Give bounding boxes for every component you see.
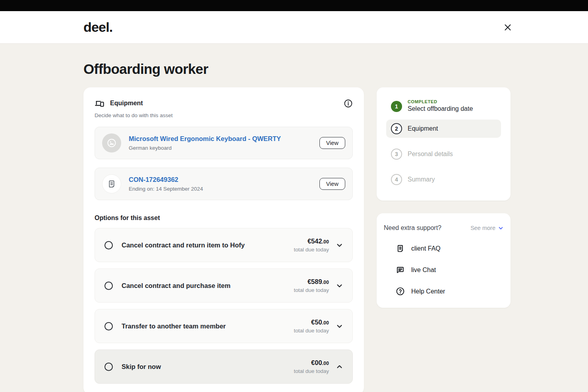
radio-transfer[interactable] — [104, 322, 113, 330]
chevron-down-icon[interactable] — [336, 323, 343, 330]
close-icon — [504, 23, 512, 31]
equipment-card-title: Equipment — [110, 100, 344, 107]
price-amount: €00 — [311, 359, 322, 366]
support-item-live-chat[interactable]: live Chat — [396, 265, 503, 274]
step-label: Select offboarding date — [408, 105, 473, 112]
option-price-block: €50.00 total due today — [294, 319, 329, 334]
step-select-offboarding-date: 1 COMPLETED Select offboarding date — [386, 99, 501, 112]
deel-logo: deel. — [83, 19, 112, 35]
step-number-badge: 4 — [391, 174, 402, 185]
price-cents: .00 — [322, 320, 329, 326]
options-section-title: Options for this asset — [95, 214, 353, 222]
option-price-block: €542.00 total due today — [294, 238, 329, 253]
equipment-card-subtitle: Decide what to do with this asset — [95, 112, 353, 118]
modal-header: deel. — [0, 11, 588, 44]
option-label: Skip for now — [122, 363, 294, 371]
asset-subtitle-contract: Ending on: 14 September 2024 — [129, 186, 319, 192]
support-card: Need extra support? See more — [377, 213, 511, 308]
price-note: total due today — [294, 247, 329, 253]
step-summary: 4 Summary — [386, 170, 501, 189]
price-note: total due today — [294, 368, 329, 374]
equipment-card: Equipment Decide what to do with this as… — [83, 87, 364, 392]
document-icon — [396, 244, 405, 253]
price-amount: €50 — [311, 319, 322, 326]
document-icon — [102, 174, 121, 193]
price-cents: .00 — [322, 280, 329, 285]
chevron-down-icon[interactable] — [336, 242, 343, 249]
price-cents: .00 — [322, 361, 329, 366]
asset-row-contract: CON-172649362 Ending on: 14 September 20… — [95, 168, 353, 200]
help-icon — [396, 287, 405, 296]
option-cancel-return[interactable]: Cancel contract and return item to Hofy … — [95, 228, 353, 262]
support-item-client-faq[interactable]: client FAQ — [396, 244, 503, 253]
option-label: Transfer to another team member — [122, 322, 294, 330]
asset-row-keyboard: Microsoft Wired Ergonomic Keyboard - QWE… — [95, 127, 353, 159]
asset-subtitle-keyboard: German keyboard — [129, 145, 319, 151]
step-label: Equipment — [408, 125, 438, 132]
support-item-label: Help Center — [411, 288, 445, 295]
view-contract-button[interactable]: View — [319, 178, 345, 190]
chevron-down-icon[interactable] — [336, 282, 343, 289]
price-amount: €542 — [308, 238, 322, 245]
view-asset-button[interactable]: View — [319, 137, 345, 149]
steps-card: 1 COMPLETED Select offboarding date 2 Eq… — [377, 87, 511, 201]
option-label: Cancel contract and purchase item — [122, 282, 294, 290]
radio-skip[interactable] — [104, 363, 113, 371]
step-status-completed: COMPLETED — [408, 99, 473, 104]
chevron-down-icon — [498, 226, 503, 231]
see-more-label: See more — [470, 225, 495, 231]
asset-link-keyboard[interactable]: Microsoft Wired Ergonomic Keyboard - QWE… — [129, 135, 319, 143]
step-number-badge: 2 — [391, 123, 402, 134]
page-title: Offboarding worker — [83, 61, 588, 77]
price-cents: .00 — [322, 239, 329, 245]
option-skip[interactable]: Skip for now €00.00 total due today — [95, 350, 353, 384]
top-window-bar — [0, 0, 588, 11]
support-item-label: client FAQ — [411, 245, 441, 252]
devices-icon — [95, 98, 105, 108]
price-note: total due today — [294, 328, 329, 334]
modal-body: Offboarding worker Equipment — [0, 44, 588, 392]
option-transfer[interactable]: Transfer to another team member €50.00 t… — [95, 309, 353, 343]
option-price-block: €00.00 total due today — [294, 359, 329, 374]
option-price-block: €589.00 total due today — [294, 278, 329, 293]
equipment-card-header: Equipment — [95, 98, 353, 108]
option-label: Cancel contract and return item to Hofy — [122, 241, 294, 249]
step-label: Personal details — [408, 151, 453, 158]
close-button[interactable] — [502, 22, 513, 33]
price-amount: €589 — [308, 278, 322, 285]
see-more-toggle[interactable]: See more — [470, 225, 503, 231]
step-label: Summary — [408, 176, 435, 183]
support-title: Need extra support? — [384, 224, 441, 232]
right-column: 1 COMPLETED Select offboarding date 2 Eq… — [377, 87, 511, 308]
step-number-badge: 1 — [391, 101, 402, 112]
image-placeholder-icon — [102, 133, 121, 153]
asset-link-contract[interactable]: CON-172649362 — [129, 176, 319, 183]
step-equipment[interactable]: 2 Equipment — [386, 120, 501, 138]
chevron-up-icon[interactable] — [336, 363, 343, 370]
step-number-badge: 3 — [391, 149, 402, 160]
info-icon[interactable] — [344, 99, 353, 108]
support-item-help-center[interactable]: Help Center — [396, 287, 503, 296]
step-personal-details: 3 Personal details — [386, 145, 501, 163]
support-item-label: live Chat — [411, 266, 436, 274]
chat-icon — [396, 265, 405, 274]
radio-cancel-purchase[interactable] — [104, 282, 113, 290]
asset-text-block: Microsoft Wired Ergonomic Keyboard - QWE… — [129, 135, 319, 151]
price-note: total due today — [294, 287, 329, 293]
radio-cancel-return[interactable] — [104, 241, 113, 249]
option-cancel-purchase[interactable]: Cancel contract and purchase item €589.0… — [95, 268, 353, 303]
asset-text-block: CON-172649362 Ending on: 14 September 20… — [129, 176, 319, 192]
